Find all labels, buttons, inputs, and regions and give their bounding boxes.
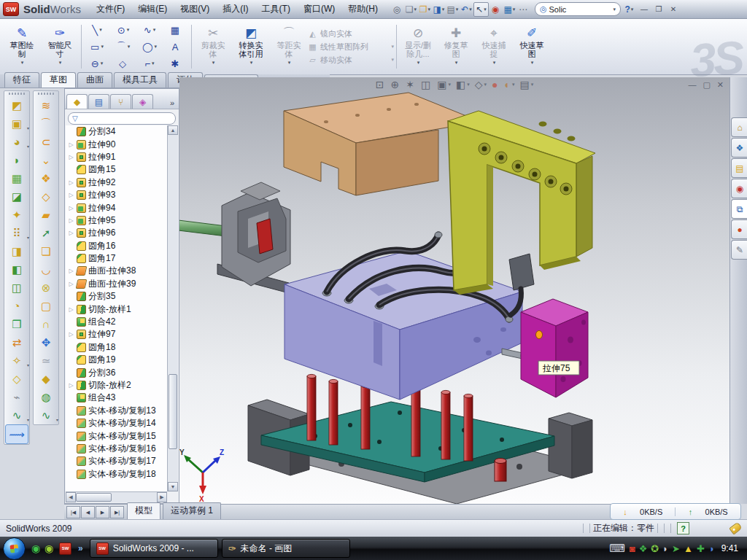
doc-restore-button[interactable]: ▢ [703,80,710,90]
sketch-entity-button[interactable]: ⌐▾ [136,55,163,72]
volume-tray-icon[interactable]: ◗ [662,543,668,554]
tree-item[interactable]: ▷ 曲面-拉伸38 [66,265,167,277]
resources-home-tab[interactable]: ⌂ [731,117,747,137]
scroll-left-arrow[interactable]: ◀ [66,492,76,502]
surface-tool-button[interactable]: ⊗ [34,279,58,297]
display-style-icon[interactable]: ◧▾ [456,79,470,90]
sync-tray-icon[interactable]: ◑ [708,543,714,554]
menu-item[interactable]: 插入(I) [216,1,255,17]
taskbar-clock[interactable]: 9:41 [721,543,738,553]
propertymanager-tab[interactable]: ▤ [88,94,109,109]
menu-item[interactable]: 帮助(H) [341,1,384,17]
smart-dimension-button[interactable]: ✑智能尺寸▾ [41,20,79,73]
tree-horizontal-scrollbar[interactable]: ◀ ▶ [66,491,167,502]
tree-item[interactable]: ▷ 拉伸91 [66,151,167,163]
tree-item[interactable]: ▷ 曲面-拉伸39 [66,278,167,290]
expand-arrow-icon[interactable]: ▷ [68,179,74,186]
tree-item[interactable]: 实体-移动/复制16 [66,443,167,455]
tree-item[interactable]: ▷ 拉伸90 [66,138,167,150]
zoom-to-area-icon[interactable]: ⊕ [391,79,401,90]
sketch-entity-button[interactable]: ⊖▾ [84,55,110,72]
sketch-entity-button[interactable]: ⌒▾ [110,39,136,55]
warning-tray-icon[interactable]: ▲ [684,543,693,554]
file-explorer-tab[interactable]: ▤ [731,158,747,178]
stack-tool-button[interactable]: ▱移动实体▾ [308,55,394,66]
surface-tool-button[interactable]: ▰ [34,206,58,224]
scroll-down-arrow[interactable]: ▼ [168,482,178,491]
ribbon-tab[interactable]: 曲面 [77,72,112,88]
tree-item[interactable]: ▷ 拉伸97 [66,328,167,341]
expand-arrow-icon[interactable]: ▷ [68,281,74,287]
quick-snaps-button[interactable]: ⌖快速捕捉▾ [475,20,513,73]
tree-item[interactable]: ▷ 切除-放样1 [66,303,167,315]
zoom-to-fit-icon[interactable]: ⊡ [376,79,386,90]
tree-item[interactable]: 实体-移动/复制17 [66,455,167,467]
sketch-entity-button[interactable]: ∿▾ [136,22,163,39]
search-dropdown-icon[interactable]: ▾ [613,7,616,12]
keyboard-layout-icon[interactable]: ⌨ [609,542,625,555]
section-view-icon[interactable]: ◫ [421,79,432,90]
surface-tool-button[interactable]: ≋ [34,96,58,114]
tree-item[interactable]: 圆角17 [66,252,167,265]
sketch-entity-button[interactable]: ◇ [110,55,136,72]
sketch-entity-button[interactable]: ⊙▾ [110,22,136,39]
design-library-tab[interactable]: ❖ [731,138,747,158]
model-right-rail[interactable] [549,413,592,478]
view-palette-tab[interactable]: ⧉ [731,199,747,219]
feature-tool-button[interactable]: ⠿▾ [4,224,29,242]
doc-close-button[interactable]: ✕ [717,80,724,90]
convert-entities-button[interactable]: ◩转换实体引用▾ [232,20,270,73]
surface-tool-button[interactable]: ◆ [34,370,58,388]
feature-tool-button[interactable]: ◇ [4,370,29,388]
print-icon[interactable]: ▤▾ [446,3,460,16]
tree-item[interactable]: 分割34 [66,125,167,138]
doc-nav-button[interactable]: ▶| [110,506,124,518]
feature-tool-button[interactable]: ❒ [4,315,29,333]
tree-item[interactable]: 实体-移动/复制15 [66,429,167,442]
surface-tool-button[interactable]: ∩ [34,315,58,333]
graphics-viewport[interactable]: Y Z X 拉伸75 ⊡⊕✶◫▣▾◧▾◇▾●◐▾▤▾ — ▢ ✕ [179,77,729,504]
help-button[interactable]: ?▾ [622,3,636,16]
repair-sketch-button[interactable]: ✚修复草图▾ [437,20,475,73]
doc-nav-button[interactable]: ◀ [81,506,95,518]
expand-arrow-icon[interactable]: ▷ [68,154,74,160]
stack-tool-button[interactable]: ◭镜向实体 [308,28,394,39]
expand-arrow-icon[interactable]: ▷ [68,192,74,198]
expand-arrow-icon[interactable]: ▷ [68,217,74,224]
model-magenta-block[interactable] [521,299,588,397]
menu-item[interactable]: 编辑(E) [131,1,174,17]
search-resources-tab[interactable]: ◉ [731,179,747,198]
feature-tool-button[interactable]: ◕▾ [4,133,29,151]
feature-tool-button[interactable]: ◨ [4,242,29,260]
tree-item[interactable]: ▷ 拉伸96 [66,227,167,239]
sketch-entity-button[interactable]: ◯▾ [136,39,163,55]
model-red-cylinder[interactable] [495,459,506,482]
taskbar-button-paint[interactable]: ✑ 未命名 - 画图 [222,539,350,558]
tree-item[interactable]: 组合42 [66,316,167,328]
tree-item[interactable]: 圆角19 [66,354,167,366]
feature-tool-button[interactable]: ▦ [4,169,29,187]
antivirus-tray-icon[interactable]: ◙ [630,543,635,554]
display-delete-relations-button[interactable]: ⊘显示/删除几...▾ [399,20,437,73]
hide-show-items-icon[interactable]: ◇▾ [475,79,487,90]
expand-arrow-icon[interactable]: ▷ [68,331,74,338]
expand-arrow-icon[interactable]: ▷ [68,141,74,148]
doc-minimize-button[interactable]: — [688,80,696,90]
trim-entities-button[interactable]: ✂剪裁实体▾ [194,20,232,73]
tree-item[interactable]: 实体-移动/复制18 [66,468,167,481]
tree-item[interactable]: 分割36 [66,366,167,378]
dimxpertmanager-tab[interactable]: ◈ [132,94,153,109]
custom-properties-tab[interactable]: ✎ [731,240,747,260]
tree-item[interactable]: 圆角18 [66,341,167,354]
surface-tool-button[interactable]: ⌒ [34,114,58,133]
feature-tool-button[interactable]: ✧▾ [4,351,29,370]
feature-tool-button[interactable]: ⟿ [5,424,28,444]
ribbon-tab[interactable]: 特征 [4,72,39,88]
quick-tips-button[interactable]: ? [677,522,689,534]
menu-item[interactable]: 视图(V) [174,1,216,17]
expand-arrow-icon[interactable]: ▷ [68,230,74,236]
scroll-right-arrow[interactable]: ▶ [157,492,167,502]
tree-item[interactable]: 组合43 [66,392,167,404]
sketch-entity-button[interactable]: ▦ [163,22,189,39]
tree-item[interactable]: 实体-移动/复制14 [66,417,167,429]
